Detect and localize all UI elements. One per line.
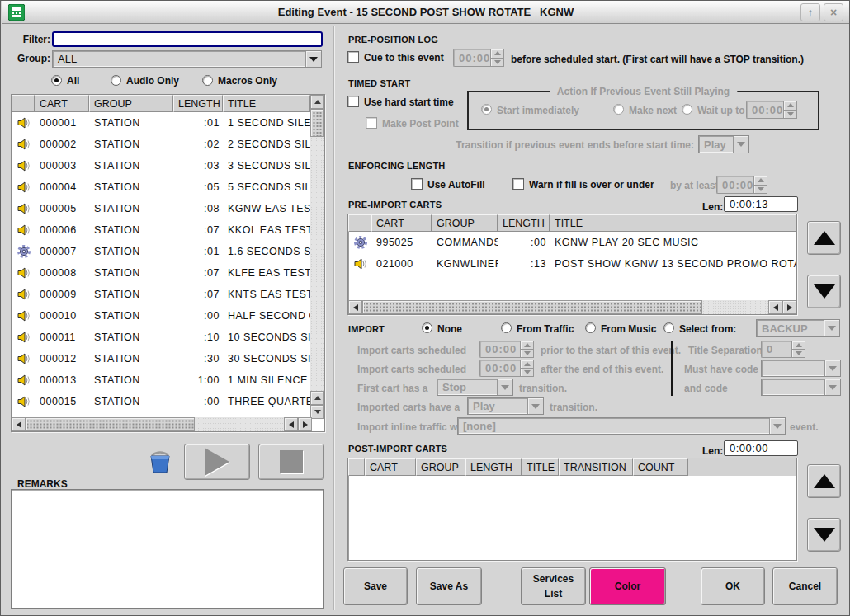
radio-import-traffic[interactable] [501,322,512,333]
save-button[interactable]: Save [343,567,408,605]
column-header[interactable]: GROUP [432,214,498,232]
column-header[interactable]: CART [35,95,89,112]
play-button[interactable] [184,444,250,480]
scroll-left-icon[interactable] [12,417,26,431]
scroll-down-icon[interactable] [310,405,324,419]
column-header[interactable]: CART [365,458,416,476]
services-list-button[interactable]: Services List [521,567,586,605]
cart-list-vscrollbar[interactable] [310,95,324,419]
scroll-right-icon[interactable] [782,300,796,314]
cell-title: 2 SECONDS SILEI [224,139,312,150]
postimport-move-down-button[interactable] [807,518,841,552]
close-button[interactable]: × [824,3,843,21]
scroll-left2-icon[interactable] [768,300,782,314]
spin-up-icon [520,341,534,350]
postimport-move-up-button[interactable] [807,464,841,498]
cart-list-header[interactable]: CARTGROUPLENGTHTITLE [12,95,310,112]
hard-start-checkbox[interactable] [347,96,359,107]
table-row[interactable]: 000010STATION:00HALF SECOND OF [12,305,312,327]
sched-prior-spinner: 00:00 [479,341,534,358]
cue-checkbox[interactable] [347,51,359,63]
column-header[interactable]: TRANSITION [559,458,633,476]
remarks-textarea[interactable] [11,489,324,609]
column-header[interactable]: COUNT [633,458,688,476]
table-row[interactable]: 000011STATION:1010 SECONDS SILE [12,327,312,348]
table-row[interactable]: 000002STATION:022 SECONDS SILEI [12,134,312,155]
stop-button[interactable] [258,444,324,480]
radio-audio-only[interactable] [111,75,121,86]
color-button[interactable]: Color [589,567,666,605]
table-row[interactable]: 000015STATION:00THREE QUARTER [12,391,312,412]
cell-group: STATION [90,203,174,214]
table-row[interactable]: 000009STATION:07KNTS EAS TEST IN [12,284,312,305]
and-code-select [761,379,841,396]
scroll-up-icon[interactable] [310,95,324,109]
column-header[interactable]: LENGTH [465,458,522,476]
group-select[interactable]: ALL [52,50,322,68]
table-row[interactable]: 000007STATION:011.6 SECONDS SIL [12,241,312,262]
shade-button[interactable]: ↑ [800,3,820,21]
column-header[interactable]: TITLE [223,95,310,112]
by-at-least-spinner: 00:00 [716,176,767,194]
column-header[interactable]: GROUP [416,458,465,476]
column-header[interactable] [12,95,35,112]
save-as-button[interactable]: Save As [416,567,482,605]
import-divider [671,341,673,396]
preimport-move-up-button[interactable] [807,221,841,255]
radio-macros-only[interactable] [202,75,213,86]
autofill-checkbox[interactable] [411,178,423,190]
column-header[interactable] [348,458,365,476]
cell-group: STATION [90,267,174,279]
preimport-header[interactable]: CARTGROUPLENGTHTITLE [348,214,796,232]
postimport-header[interactable]: CARTGROUPLENGTHTITLETRANSITIONCOUNT [348,458,796,476]
table-row[interactable]: 995025COMMANDS:00KGNW PLAY 20 SEC MUSIC [349,232,797,253]
table-row[interactable]: 000008STATION:07KLFE EAS TEST IN [12,262,312,284]
table-row[interactable]: 000003STATION:033 SECONDS SILEI [12,155,312,176]
cancel-button[interactable]: Cancel [772,567,838,605]
table-row[interactable]: 000012STATION:3030 SECONDS SILE [12,348,312,369]
preimport-hscrollbar[interactable] [348,300,796,314]
radio-all[interactable] [51,75,62,86]
column-header[interactable]: LENGTH [173,95,223,112]
radio-import-music[interactable] [585,322,596,333]
radio-import-select-from[interactable] [663,322,674,333]
radio-import-none[interactable] [422,322,432,333]
scroll-left-icon[interactable] [348,300,362,314]
column-header[interactable]: CART [371,214,432,232]
hscroll-thumb[interactable] [362,300,702,314]
warn-checkbox[interactable] [512,178,524,190]
chevron-down-icon [824,360,840,376]
scroll-up2-icon[interactable] [310,391,324,405]
title-separation-value: 0 [761,341,791,358]
column-header[interactable]: TITLE [522,458,559,476]
table-row[interactable]: 000001STATION:011 SECOND SILEN [12,112,312,134]
table-row[interactable]: 000004STATION:055 SECONDS SILEI [12,176,312,198]
down-arrow-icon [814,528,835,542]
filter-input[interactable] [52,31,323,47]
column-header[interactable]: LENGTH [498,214,550,232]
postimport-table: CARTGROUPLENGTHTITLETRANSITIONCOUNT [347,458,797,561]
scroll-right-icon[interactable] [298,417,312,431]
column-header[interactable] [348,214,371,232]
ok-button[interactable]: OK [701,567,765,605]
hscroll-track[interactable] [702,300,768,314]
column-header[interactable]: TITLE [550,214,796,232]
vscroll-track[interactable] [310,137,324,391]
hscroll-track[interactable] [195,417,284,431]
column-header[interactable]: GROUP [89,95,173,112]
table-row[interactable]: 000005STATION:08KGNW EAS TEST [12,198,312,219]
filter-label: Filter: [13,34,50,45]
bucket-icon[interactable] [148,449,172,475]
preimport-move-down-button[interactable] [807,275,841,308]
table-row[interactable]: 021000KGNWLINERS:13POST SHOW KGNW 13 SEC… [349,253,797,275]
cart-list-hscrollbar[interactable] [12,417,312,431]
chevron-down-icon [527,398,543,414]
scroll-left2-icon[interactable] [284,417,298,431]
titlebar[interactable]: Editing Event - 15 SECOND POST SHOW ROTA… [2,1,850,24]
audio-cart-icon [12,180,35,195]
table-row[interactable]: 000013STATION1:001 MIN SILENCE [12,369,312,391]
hscroll-thumb[interactable] [26,417,195,431]
vscroll-thumb[interactable] [310,109,324,137]
table-row[interactable]: 000006STATION:07KKOL EAS TEST IN [12,219,312,241]
group-label: Group: [9,53,50,64]
